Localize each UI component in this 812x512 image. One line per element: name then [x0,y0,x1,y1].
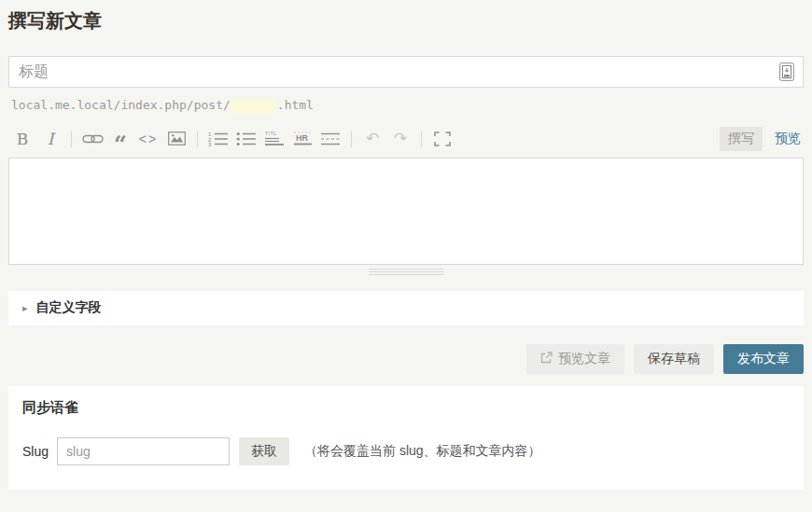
ordered-list-icon[interactable]: 1 2 3 [204,128,232,150]
horizontal-rule-icon[interactable]: HR [288,128,316,150]
action-buttons-row: 预览文章 保存草稿 发布文章 [8,344,804,374]
redo-icon[interactable]: ↷ [386,128,414,150]
image-icon[interactable] [162,128,190,150]
post-title-input[interactable] [8,56,804,88]
unordered-list-icon[interactable] [232,128,260,150]
permalink-suffix: .html [277,98,314,112]
bold-icon[interactable]: B [8,128,36,150]
blockquote-icon[interactable]: “ [106,128,134,150]
heading-icon[interactable]: TITL [260,128,288,150]
yuque-slug-row: Slug 获取 （将会覆盖当前 slug、标题和文章内容） [22,437,790,465]
code-icon[interactable]: <> [134,128,162,150]
editor-toolbar: B I “ <> 1 2 3 [8,128,804,150]
fetch-button[interactable]: 获取 [239,437,289,465]
chevron-right-icon: ▸ [22,302,28,314]
yuque-slug-input[interactable] [57,437,230,465]
permalink-prefix: local.me.local/index.php/post/ [11,98,231,112]
tab-write[interactable]: 撰写 [720,127,763,151]
page-title: 撰写新文章 [8,11,804,30]
yuque-panel-title: 同步语雀 [22,399,790,417]
editor-resize-handle[interactable] [369,269,443,277]
svg-text:3: 3 [208,142,212,146]
publish-button[interactable]: 发布文章 [723,344,804,374]
undo-icon[interactable]: ↶ [358,128,386,150]
permalink-slug-input[interactable] [231,99,276,114]
toolbar-divider [71,131,72,147]
preview-article-label: 预览文章 [558,351,610,367]
editor-textarea[interactable] [8,158,804,265]
toolbar-divider [351,131,352,147]
fullscreen-icon[interactable] [428,128,456,150]
external-link-icon [540,352,553,367]
custom-fields-label: 自定义字段 [36,299,102,316]
toolbar-divider [197,131,198,147]
permalink-preview: local.me.local/index.php/post/.html [8,97,804,114]
page-break-icon[interactable] [316,128,344,150]
link-icon[interactable] [78,128,106,150]
svg-text:TITL: TITL [265,131,277,136]
yuque-sync-panel: 同步语雀 Slug 获取 （将会覆盖当前 slug、标题和文章内容） [8,386,804,490]
tab-preview[interactable]: 预览 [775,131,801,147]
svg-text:HR: HR [296,133,308,143]
title-field-row [8,56,804,88]
editor-mode-tabs: 撰写 预览 [720,127,804,151]
write-post-page: 撰写新文章 local.me.local/index.php/post/.htm… [0,11,812,490]
custom-fields-toggle[interactable]: ▸ 自定义字段 [8,291,804,325]
save-draft-button[interactable]: 保存草稿 [634,344,714,374]
italic-icon[interactable]: I [36,128,64,150]
preview-article-button[interactable]: 预览文章 [526,344,624,374]
slug-label: Slug [22,444,49,459]
input-addon-icon[interactable] [779,62,794,81]
yuque-hint-text: （将会覆盖当前 slug、标题和文章内容） [304,443,541,460]
toolbar-divider [421,131,422,147]
